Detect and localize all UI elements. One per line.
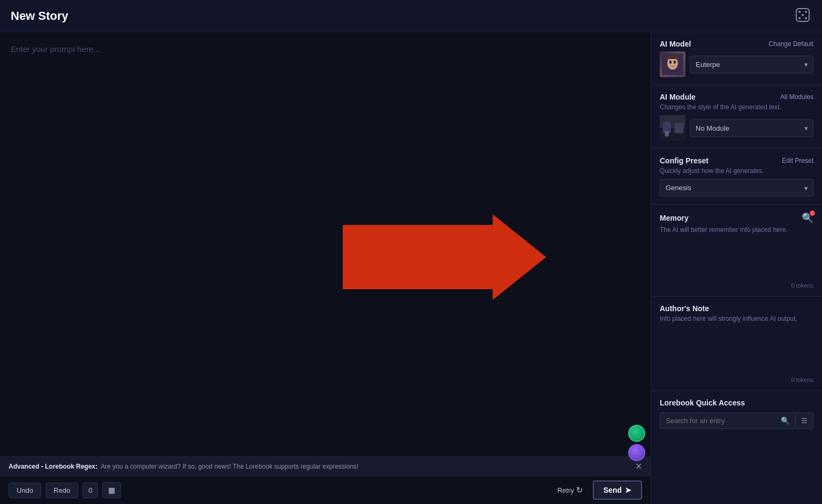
authors-note-desc: Info placed here will strongly influence…: [660, 315, 813, 322]
page-title: New Story: [11, 9, 69, 23]
config-preset-header: Config Preset Edit Preset: [660, 156, 813, 165]
lorebook-search-icon: 🔍: [781, 417, 790, 425]
notification-bar: Advanced - Lorebook Regex: Are you a com…: [0, 456, 651, 476]
lorebook-search-input[interactable]: [660, 412, 775, 429]
avatar-green[interactable]: [628, 425, 645, 442]
undo-button[interactable]: Undo: [9, 483, 41, 498]
lorebook-section: Lorebook Quick Access 🔍 ☰: [651, 391, 822, 504]
ai-model-section: AI Model Change Default: [651, 32, 822, 85]
notification-body: Are you a computer wizard? If so, good n…: [101, 463, 358, 470]
ai-model-dropdown-row: Euterpe ▾: [660, 51, 813, 77]
notification-text: Advanced - Lorebook Regex: Are you a com…: [9, 463, 358, 470]
editor-area: Advanced - Lorebook Regex: Are you a com…: [0, 32, 651, 504]
ai-model-thumb: [660, 51, 685, 77]
search-badge-dot: !: [810, 210, 815, 216]
retry-icon: ↻: [576, 485, 583, 495]
ai-module-section: AI Module All Modules Changes the style …: [651, 85, 822, 149]
story-input[interactable]: [0, 32, 651, 456]
memory-desc: The AI will better remember info placed …: [660, 226, 813, 234]
authors-note-tokens: 0 tokens: [660, 377, 813, 383]
main-layout: Advanced - Lorebook Regex: Are you a com…: [0, 32, 822, 504]
all-modules-link[interactable]: All Modules: [780, 93, 813, 101]
ai-model-select-wrapper[interactable]: Euterpe ▾: [690, 56, 813, 73]
ai-module-select[interactable]: No Module: [690, 119, 813, 137]
send-button[interactable]: Send ➤: [593, 480, 642, 500]
send-arrow-icon: ➤: [625, 486, 631, 494]
ai-model-select[interactable]: Euterpe: [690, 56, 813, 73]
config-preset-title: Config Preset: [660, 156, 708, 165]
authors-note-input[interactable]: [660, 330, 813, 373]
edit-preset-link[interactable]: Edit Preset: [782, 157, 813, 164]
svg-point-10: [674, 61, 676, 64]
config-preset-dropdown-wrapper[interactable]: Genesis ▾: [660, 179, 813, 197]
ai-model-title: AI Model: [660, 40, 691, 48]
retry-button[interactable]: Retry ↻: [552, 482, 589, 498]
ai-module-header: AI Module All Modules: [660, 93, 813, 101]
ai-model-header: AI Model Change Default: [660, 40, 813, 48]
bottom-toolbar: Undo Redo 0 ▦ Retry ↻ Send ➤: [0, 476, 651, 504]
authors-note-section: Author's Note Info placed here will stro…: [651, 297, 822, 391]
change-default-link[interactable]: Change Default: [769, 40, 813, 48]
svg-rect-15: [665, 131, 669, 137]
lorebook-search-button[interactable]: 🔍: [775, 412, 796, 429]
svg-point-3: [798, 17, 801, 19]
svg-rect-14: [675, 123, 684, 133]
memory-section: Memory 🔍 ! The AI will better remember i…: [651, 205, 822, 297]
authors-note-header: Author's Note: [660, 304, 813, 313]
config-preset-select[interactable]: Genesis: [660, 179, 813, 197]
ai-module-thumb: [660, 115, 685, 141]
ai-module-dropdown-row: No Module ▾: [660, 115, 813, 141]
header-bar: New Story: [0, 0, 822, 32]
authors-note-title: Author's Note: [660, 304, 709, 313]
notification-prefix: Advanced - Lorebook Regex:: [9, 463, 97, 470]
avatar-purple[interactable]: [628, 444, 645, 461]
retry-label: Retry: [557, 486, 574, 494]
svg-point-2: [805, 11, 807, 13]
memory-title: Memory: [660, 214, 689, 222]
ai-module-select-wrapper[interactable]: No Module ▾: [690, 119, 813, 137]
memory-search-badge[interactable]: 🔍 !: [802, 212, 813, 224]
memory-tokens: 0 tokens: [660, 282, 813, 289]
lorebook-settings-icon: ☰: [801, 417, 808, 425]
right-sidebar: AI Model Change Default: [651, 32, 822, 504]
config-preset-desc: Quickly adjust how the AI generates.: [660, 167, 813, 175]
lorebook-search-row: 🔍 ☰: [660, 412, 813, 429]
svg-point-9: [669, 61, 672, 64]
config-preset-section: Config Preset Edit Preset Quickly adjust…: [651, 149, 822, 205]
svg-point-4: [805, 17, 807, 19]
send-label: Send: [604, 486, 622, 494]
dice-icon[interactable]: [794, 6, 811, 25]
editor-avatars: [628, 425, 645, 461]
redo-count: 0: [82, 483, 98, 498]
ai-module-title: AI Module: [660, 93, 696, 101]
redo-button[interactable]: Redo: [46, 483, 78, 498]
notification-close[interactable]: ✕: [635, 461, 642, 471]
svg-point-1: [798, 11, 801, 13]
memory-header: Memory 🔍 !: [660, 212, 813, 224]
lorebook-title: Lorebook Quick Access: [660, 398, 813, 407]
lorebook-settings-button[interactable]: ☰: [796, 412, 813, 429]
memory-input[interactable]: [660, 241, 813, 279]
ai-module-desc: Changes the style of the AI generated te…: [660, 103, 813, 111]
svg-point-5: [802, 14, 804, 16]
layout-icon-button[interactable]: ▦: [102, 482, 121, 498]
